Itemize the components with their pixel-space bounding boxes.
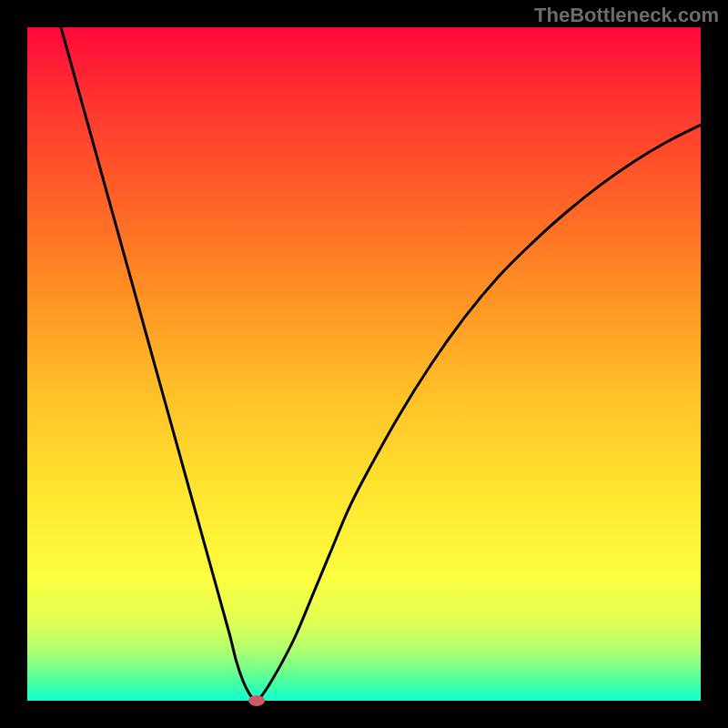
- chart-frame: TheBottleneck.com: [0, 0, 728, 728]
- bottleneck-curve: [61, 27, 701, 701]
- watermark-text: TheBottleneck.com: [534, 4, 719, 27]
- chart-curve-svg: [27, 27, 701, 701]
- optimum-marker: [248, 695, 265, 706]
- chart-plot-area: [27, 27, 701, 701]
